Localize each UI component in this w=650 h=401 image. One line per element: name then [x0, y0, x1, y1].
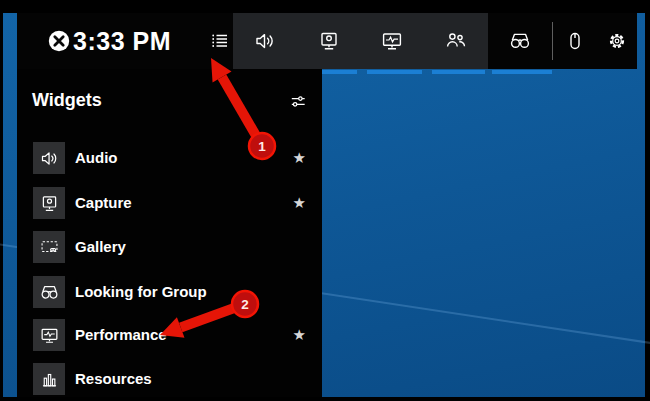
bar-chart-icon: [39, 369, 60, 390]
widget-item-label: Resources: [75, 363, 152, 395]
widget-item-label: Looking for Group: [75, 276, 207, 308]
speaker-icon: [39, 148, 60, 169]
audio-tile: [33, 142, 65, 174]
favorite-star-icon[interactable]: ★: [293, 142, 306, 174]
gamebar-system-segment: [488, 13, 637, 69]
people-icon: [444, 29, 468, 53]
active-underline-performance: [367, 70, 422, 74]
active-underline-lfg: [432, 70, 485, 74]
performance-monitor-icon: [380, 29, 404, 53]
widget-item-resources[interactable]: Resources: [17, 363, 322, 395]
performance-tile: [33, 319, 65, 351]
widget-list-icon: [208, 29, 232, 53]
widget-item-looking-for-group[interactable]: Looking for Group: [17, 276, 322, 308]
gamebar-main-segment: 3:33 PM: [17, 13, 233, 69]
sliders-icon: [288, 91, 308, 111]
gallery-tile: [33, 231, 65, 263]
binoculars-icon: [39, 282, 60, 303]
speaker-icon: [253, 29, 277, 53]
widget-item-label: Audio: [75, 142, 118, 174]
favorite-star-icon[interactable]: ★: [293, 187, 306, 219]
favorite-star-icon[interactable]: ★: [293, 319, 306, 351]
audio-widget-button[interactable]: [233, 13, 297, 69]
widget-menu-button[interactable]: [203, 24, 237, 58]
gallery-icon: [39, 237, 60, 258]
gamebar-widget-toggles: [233, 13, 488, 69]
widget-options-button[interactable]: [282, 85, 314, 117]
widget-item-audio[interactable]: Audio ★: [17, 142, 322, 174]
widget-item-label: Performance: [75, 319, 167, 351]
lfg-tile: [33, 276, 65, 308]
widgets-panel-title: Widgets: [32, 90, 102, 111]
gear-icon: [606, 30, 628, 52]
looking-for-group-button[interactable]: [424, 13, 488, 69]
widgets-panel: Widgets Audio ★ Capture ★ Gallery Lookin…: [17, 69, 322, 397]
widget-item-performance[interactable]: Performance ★: [17, 319, 322, 351]
resources-tile: [33, 363, 65, 395]
widget-item-gallery[interactable]: Gallery: [17, 231, 322, 263]
settings-button[interactable]: [597, 13, 637, 69]
capture-icon: [39, 193, 60, 214]
mouse-icon: [563, 29, 587, 53]
binoculars-icon: [508, 29, 532, 53]
capture-icon: [317, 29, 341, 53]
widget-item-capture[interactable]: Capture ★: [17, 187, 322, 219]
clock: 3:33 PM: [70, 13, 174, 69]
xbox-logo-icon: [48, 30, 70, 52]
spotlight-button[interactable]: [488, 13, 552, 69]
capture-widget-button[interactable]: [297, 13, 361, 69]
capture-tile: [33, 187, 65, 219]
mouse-passthrough-button[interactable]: [553, 13, 597, 69]
performance-monitor-icon: [39, 325, 60, 346]
game-bar-screenshot: 3:33 PM: [0, 0, 650, 401]
widget-item-label: Gallery: [75, 231, 126, 263]
active-underline-spotlight: [492, 70, 552, 74]
performance-widget-button[interactable]: [361, 13, 425, 69]
widget-item-label: Capture: [75, 187, 132, 219]
